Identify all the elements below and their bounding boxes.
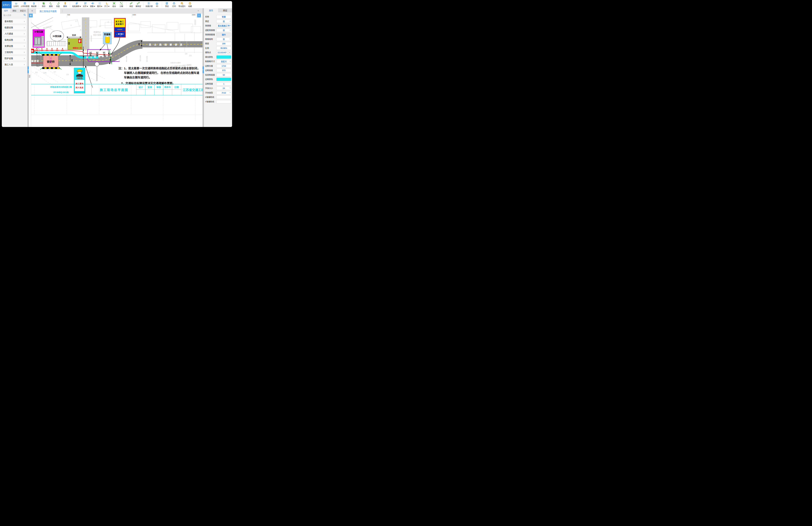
border-color-select[interactable]: ▾ bbox=[216, 77, 231, 81]
border-height-input[interactable]: 573 bbox=[216, 69, 231, 72]
chevron-down-icon: ▾ bbox=[230, 29, 230, 31]
note-line-3: 车辆由左侧车道同行。 bbox=[124, 75, 151, 79]
category-construction-workers[interactable]: 施工人员› bbox=[3, 62, 27, 67]
caret-down-icon: ▾ bbox=[10, 4, 11, 5]
preview-button[interactable]: 预览 bbox=[163, 2, 171, 8]
info-height-input[interactable]: 50 bbox=[216, 73, 231, 77]
tab-icons[interactable]: 图标 bbox=[10, 8, 19, 13]
fit-background-select[interactable]: 否▾ bbox=[216, 29, 231, 32]
save-button[interactable]: 保存 bbox=[40, 2, 47, 8]
field-background-image: 背景图 昆太路施工平面图▾ bbox=[204, 24, 232, 28]
field-border-color: 边框颜色 ▾ bbox=[204, 77, 232, 82]
paste-offset-button[interactable]: 粘贴偏移▼ bbox=[71, 2, 82, 8]
favorite-button[interactable]: 收藏 bbox=[186, 2, 193, 8]
ruler-mark-500: 500 bbox=[68, 14, 70, 16]
scatter-button[interactable]: 散列▼ bbox=[96, 2, 103, 8]
field-grid-snap: 网格吸附 否▾ bbox=[204, 38, 232, 42]
export-image-button[interactable]: 导出图片 bbox=[178, 2, 186, 8]
tab-site-plan[interactable]: 施工现场总平面图 bbox=[36, 8, 60, 14]
3d-button[interactable]: 3D bbox=[154, 2, 161, 8]
upload-background-button[interactable]: 上传背景图 bbox=[20, 2, 30, 8]
toolbar-group-view: 1:1 比例尺 上传背景图 橡皮擦 bbox=[12, 1, 38, 8]
file-menu-button[interactable]: 文件(F) ▾ bbox=[2, 1, 12, 8]
tab-layers[interactable]: 图层 bbox=[218, 8, 232, 12]
undo-button[interactable]: 撤销 bbox=[47, 2, 54, 8]
redo-icon bbox=[57, 2, 59, 5]
chevron-right-icon: › bbox=[24, 51, 25, 54]
horizontal-ruler: 500 1000 1500 bbox=[29, 14, 203, 17]
tab-custom[interactable]: 自定义 bbox=[19, 8, 27, 13]
fit-view-button[interactable] bbox=[197, 14, 201, 17]
transformer-area[interactable]: 3#变压器 bbox=[33, 29, 45, 47]
category-protective-facilities[interactable]: 防护设施› bbox=[3, 56, 27, 61]
scale-ruler-button[interactable]: 1:1 比例尺 bbox=[13, 2, 20, 8]
canvas-area: + 施工现场总平面图 » 500 1000 1500 bbox=[29, 8, 203, 127]
field-scale: 比例 99.98% bbox=[204, 46, 232, 51]
frame-size-select[interactable]: 自定义▾ bbox=[216, 60, 231, 63]
field-font-type: 字体类型 Arial▾ bbox=[204, 91, 232, 96]
build-steps-button[interactable]: 拆建步骤 bbox=[145, 2, 154, 8]
font-type-select[interactable]: Arial▾ bbox=[216, 91, 231, 94]
grid-snap-select[interactable]: 否▾ bbox=[216, 38, 231, 41]
undo-icon bbox=[49, 2, 52, 5]
background-manage-button[interactable]: 操作 bbox=[216, 33, 231, 36]
drawing-canvas[interactable]: 1.7 2 2 2 3 2 1.5 2 1.8 2.4 2.6 2.81 2.7… bbox=[29, 17, 203, 127]
mirror-button[interactable]: 镜像▼ bbox=[89, 2, 96, 8]
delete-button[interactable]: 删除 bbox=[61, 2, 69, 8]
tab-separator bbox=[62, 10, 62, 13]
panel-collapse-handle[interactable]: ▶ bbox=[203, 67, 204, 73]
name-input[interactable]: 背景 bbox=[216, 15, 231, 18]
category-temporary-facilities[interactable]: 临建设施› bbox=[3, 25, 27, 30]
unbind-button[interactable]: 解绑定 bbox=[135, 2, 142, 8]
erase-point-clear-button[interactable]: × bbox=[228, 51, 231, 54]
border-length-input[interactable]: 1734 bbox=[216, 64, 231, 68]
scale-input[interactable]: 99.98% bbox=[216, 46, 231, 50]
y-guide-input[interactable] bbox=[216, 100, 231, 103]
eraser-button[interactable]: 橡皮擦 bbox=[30, 2, 37, 8]
print-button[interactable]: 打印 bbox=[171, 2, 178, 8]
sidebar-tabs: 组件 图标 自定义 bbox=[2, 8, 27, 13]
transformer-callout-ellipse[interactable]: 3#变压器 bbox=[50, 30, 64, 41]
construction-warning-sign[interactable]: 前方施工减速慢行 <<<< ⚠ 前方施工1km bbox=[114, 18, 126, 38]
contract-number: XY-HHDQ-SG1标 bbox=[38, 91, 85, 93]
tab-components[interactable]: 组件 bbox=[2, 8, 10, 13]
sidebar-collapse-handle[interactable]: ◀ bbox=[27, 67, 29, 73]
panel-collapse-button[interactable]: » bbox=[198, 9, 199, 12]
group-button[interactable]: 组合 bbox=[111, 2, 118, 8]
construction-fence[interactable]: 施工围挡 bbox=[49, 55, 52, 65]
lock-select[interactable]: 否▾ bbox=[216, 20, 231, 23]
toolbar-group-arrange: 粘贴偏移▼ 对齐▼ 镜像▼ 散列▼ 尺寸▼ 组合 bbox=[71, 1, 126, 8]
category-support-facilities[interactable]: 支撑设施› bbox=[3, 43, 27, 48]
align-button[interactable]: 对齐▼ bbox=[82, 2, 89, 8]
add-tab-button[interactable]: + bbox=[30, 9, 34, 13]
background-image-select[interactable]: 昆太路施工平面图▾ bbox=[216, 24, 231, 27]
component-search[interactable]: 输入名称 bbox=[2, 13, 27, 17]
origin-button[interactable] bbox=[29, 14, 33, 17]
x-guide-input[interactable] bbox=[216, 96, 231, 99]
file-menu-label: 文件(F) bbox=[3, 3, 10, 6]
bind-button[interactable]: 绑定 bbox=[128, 2, 135, 8]
tab-properties[interactable]: 属性 bbox=[204, 8, 218, 12]
category-temporary-power[interactable]: 临电设施› bbox=[3, 37, 27, 42]
chevron-down-icon: ▾ bbox=[230, 87, 230, 89]
toolbar-group-build: 拆建步骤 3D bbox=[144, 1, 162, 8]
category-pedestrian-passage[interactable]: 人行通道› bbox=[3, 31, 27, 36]
category-engineering-structures[interactable]: 工程结构› bbox=[3, 49, 27, 55]
field-layer: 图层 200 bbox=[204, 42, 232, 46]
redo-button[interactable]: 恢复 bbox=[54, 2, 61, 8]
paste-offset-icon bbox=[75, 2, 78, 5]
ungroup-icon bbox=[120, 2, 122, 5]
ungroup-button[interactable]: 分解 bbox=[118, 2, 125, 8]
ruler-mark-1000: 1000 bbox=[132, 14, 136, 16]
ruler-mark-1500: 1500 bbox=[192, 14, 195, 16]
layer-input[interactable]: 200 bbox=[216, 42, 231, 45]
toolbar-group-output: 预览 打印 导出图片 收藏 bbox=[162, 1, 194, 8]
font-size-select[interactable]: 24▾ bbox=[216, 87, 231, 90]
fill-color-select[interactable]: ▾ bbox=[216, 55, 231, 59]
category-basic-shapes[interactable]: 基本图形› bbox=[3, 19, 27, 24]
size-button[interactable]: 尺寸▼ bbox=[103, 2, 111, 8]
anti-collision-pier[interactable]: 防撞墩 bbox=[103, 32, 112, 44]
erase-point-input[interactable]: 113.81447 bbox=[216, 51, 228, 54]
border-width-input[interactable]: 1 bbox=[216, 82, 231, 86]
star-icon bbox=[189, 2, 191, 5]
